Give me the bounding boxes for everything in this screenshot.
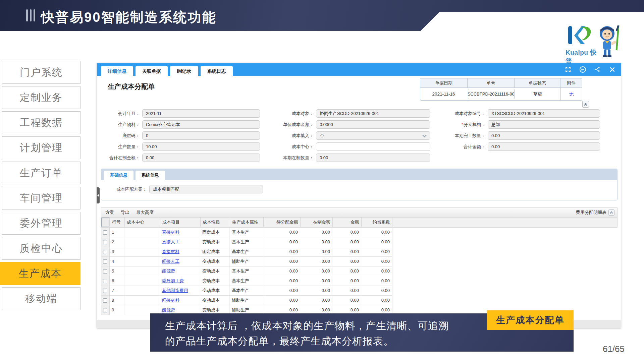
sidebar-item[interactable]: 工程数据 bbox=[2, 111, 80, 134]
field-input[interactable]: 总部 bbox=[488, 120, 600, 129]
window-tab[interactable]: 详细信息 bbox=[101, 66, 133, 76]
form-field: 成本对象编号： XTSCSCDD-20210926-001 bbox=[442, 110, 600, 117]
field-label: 生产物料： bbox=[103, 122, 142, 128]
row-checkbox[interactable] bbox=[103, 298, 107, 303]
field-input[interactable]: 0.00 bbox=[142, 154, 260, 162]
table-row[interactable]: 4 间接人工 变动成本 辅助生产 0.00 0.00 0.00 0.00 bbox=[101, 257, 392, 266]
column-header[interactable]: 在制金额 bbox=[301, 218, 333, 227]
sidebar-item[interactable]: 车间管理 bbox=[2, 187, 80, 209]
sidebar-item[interactable]: 移动端 bbox=[2, 287, 80, 310]
sidebar-item[interactable]: 委外管理 bbox=[2, 212, 80, 235]
column-header[interactable]: 成本中心 bbox=[125, 218, 160, 227]
share-icon[interactable] bbox=[594, 66, 601, 73]
select-all-checkbox[interactable] bbox=[101, 218, 110, 227]
row-checkbox[interactable] bbox=[103, 259, 107, 264]
table-row[interactable]: 8 间接材料 变动成本 辅助生产 0.00 0.00 0.00 0.00 bbox=[101, 296, 392, 305]
sidebar-item[interactable]: 生产成本 bbox=[0, 262, 80, 285]
table-row[interactable]: 2 直接人工 变动成本 基本生产 0.00 0.00 0.00 0.00 bbox=[101, 237, 392, 247]
cost-item-link[interactable]: 委外加工费 bbox=[162, 278, 184, 283]
column-header[interactable]: 待分配金额 bbox=[264, 218, 301, 227]
column-header[interactable]: 行号 bbox=[110, 218, 125, 227]
column-header[interactable]: 成本项目 bbox=[160, 218, 201, 227]
row-checkbox[interactable] bbox=[103, 230, 107, 235]
sidebar-item[interactable]: 计划管理 bbox=[2, 136, 80, 159]
cost-item-link[interactable]: 间接材料 bbox=[162, 298, 179, 303]
row-checkbox[interactable] bbox=[103, 279, 107, 283]
subtab[interactable]: 系统信息 bbox=[136, 171, 165, 180]
field-input[interactable]: 成本项目匹配 bbox=[149, 185, 263, 193]
field-input[interactable]: 0.00 bbox=[488, 142, 600, 151]
window-tab[interactable]: IM记录 bbox=[170, 66, 198, 76]
sidebar-item[interactable]: 生产订单 bbox=[2, 162, 80, 184]
field-input[interactable]: 0 bbox=[142, 131, 260, 140]
cell-equivalent-factor: 0.00 bbox=[361, 257, 392, 266]
column-header[interactable]: 生产成本属性 bbox=[230, 218, 264, 227]
cost-item-link[interactable]: 能源费 bbox=[162, 307, 175, 312]
collapse-header-button[interactable] bbox=[582, 101, 589, 108]
cost-item-link[interactable]: 间接人工 bbox=[162, 259, 179, 264]
field-input[interactable]: 0.00 bbox=[316, 154, 430, 162]
field-input[interactable]: 2021-11 bbox=[142, 109, 260, 118]
field-input[interactable]: 协同生产SCDD-20210926-001 bbox=[316, 109, 430, 118]
im-icon[interactable]: IM bbox=[579, 66, 586, 73]
cell-pending-amount: 0.00 bbox=[263, 266, 300, 276]
close-icon[interactable] bbox=[609, 66, 615, 73]
caption-line2: 的产品生产成本分配单，最终产生成本分析报表。 bbox=[165, 334, 574, 349]
row-checkbox[interactable] bbox=[103, 269, 107, 274]
field-input[interactable]: 0.00 bbox=[488, 131, 600, 140]
cell-cost-center bbox=[124, 237, 160, 247]
cost-item-link[interactable]: 直接人工 bbox=[162, 239, 179, 244]
table-row[interactable]: 1 直接材料 固定成本 基本生产 0.00 0.00 0.00 0.00 bbox=[101, 228, 392, 237]
toolbar-button[interactable]: 最大高度 bbox=[136, 209, 154, 216]
column-header[interactable]: 约当系数 bbox=[362, 218, 392, 227]
row-checkbox[interactable] bbox=[103, 289, 107, 293]
sidebar-item[interactable]: 门户系统 bbox=[2, 61, 80, 84]
table-row[interactable]: 6 委外加工费 变动成本 基本生产 0.00 0.00 0.00 0.00 bbox=[101, 276, 392, 286]
toolbar-button[interactable]: 导出 bbox=[121, 209, 129, 216]
fullscreen-icon[interactable] bbox=[565, 66, 571, 73]
column-header[interactable]: 成本性质 bbox=[201, 218, 230, 227]
form-field: 生产物料： Comix齐心笔记本 bbox=[103, 121, 260, 128]
sidebar-menu: 门户系统 定制业务 工程数据 计划管理 生产订单 车间管理 委外管理 质检中心 … bbox=[2, 61, 83, 312]
field-input[interactable]: 否 bbox=[316, 131, 430, 140]
field-input[interactable] bbox=[316, 142, 430, 151]
cost-item-link[interactable]: 直接材料 bbox=[162, 249, 179, 254]
cell-cost-item: 委外加工费 bbox=[160, 276, 200, 286]
window-tab[interactable]: 关联单据 bbox=[136, 66, 168, 76]
brand-name: Kuaipu 快普 bbox=[566, 48, 602, 66]
column-header[interactable]: 金额 bbox=[333, 218, 362, 227]
cell-wip-amount: 0.00 bbox=[300, 276, 332, 286]
doc-table-value: 草稿 bbox=[515, 88, 561, 100]
cost-item-link[interactable]: 其他制造费用 bbox=[162, 288, 188, 293]
cost-item-link[interactable]: 能源费 bbox=[162, 268, 175, 274]
sidebar-item[interactable]: 质检中心 bbox=[2, 237, 80, 260]
document-info-table: 单据日期 单号 单据状态 附件 2021-11-16 SCCBFPD-20211… bbox=[420, 78, 582, 101]
title-bars-icon bbox=[26, 9, 35, 21]
cell-cost-item: 直接材料 bbox=[160, 228, 200, 237]
field-label: 本期完工数量： bbox=[442, 133, 488, 139]
field-input[interactable]: XTSCSCDD-20210926-001 bbox=[488, 109, 600, 118]
doc-table-value[interactable]: 无 bbox=[561, 88, 582, 100]
field-input[interactable]: Comix齐心笔记本 bbox=[142, 120, 260, 129]
cell-production-attr: 基本生产 bbox=[230, 237, 263, 247]
row-select-cell bbox=[101, 237, 110, 247]
window-tab[interactable]: 系统日志 bbox=[201, 66, 233, 76]
field-input[interactable]: 0.0000 bbox=[316, 120, 430, 129]
row-checkbox[interactable] bbox=[103, 240, 107, 244]
row-checkbox[interactable] bbox=[103, 250, 107, 254]
row-checkbox[interactable] bbox=[103, 308, 107, 312]
cell-pending-amount: 0.00 bbox=[263, 237, 300, 247]
table-row[interactable]: 5 能源费 变动成本 基本生产 0.00 0.00 0.00 0.00 bbox=[101, 266, 392, 276]
subtab[interactable]: 基础信息 bbox=[104, 171, 133, 180]
table-row[interactable]: 7 其他制造费用 变动成本 基本生产 0.00 0.00 0.00 0.00 bbox=[101, 286, 392, 296]
field-input[interactable]: 10.00 bbox=[142, 142, 260, 151]
collapse-grid-button[interactable] bbox=[608, 209, 614, 216]
sidebar-item[interactable]: 定制业务 bbox=[2, 86, 80, 109]
panel-collapse-handle[interactable] bbox=[97, 187, 100, 203]
cell-production-attr: 基本生产 bbox=[230, 286, 263, 295]
form-field: 成本中心： bbox=[274, 143, 430, 150]
table-row[interactable]: 3 直接材料 固定成本 基本生产 0.00 0.00 0.00 0.00 bbox=[101, 247, 392, 257]
cell-wip-amount: 0.00 bbox=[300, 237, 332, 247]
cost-item-link[interactable]: 直接材料 bbox=[162, 230, 179, 235]
toolbar-button[interactable]: 方案 bbox=[105, 209, 114, 216]
